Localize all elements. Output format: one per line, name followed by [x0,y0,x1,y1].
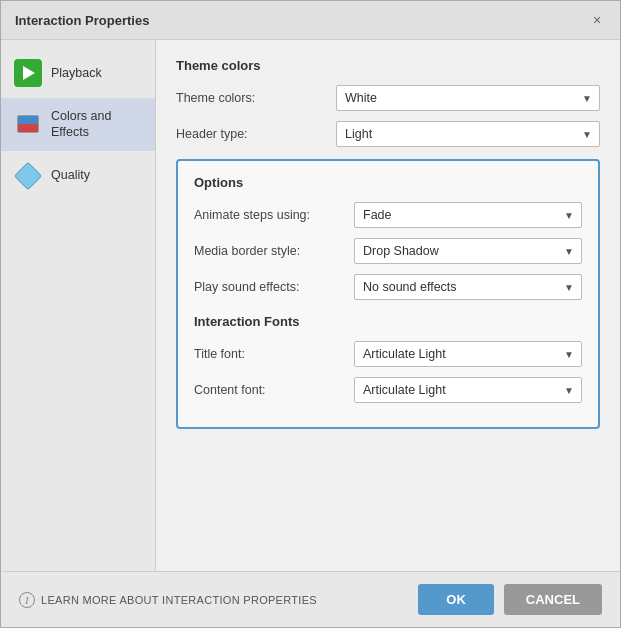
sidebar-item-colors-effects[interactable]: Colors and Effects [1,98,155,151]
main-panel: Theme colors Theme colors: White Dark Cu… [156,40,620,571]
content-font-row: Content font: Articulate Light Arial Cal… [194,377,582,403]
sidebar-label-quality: Quality [51,167,90,183]
theme-colors-select[interactable]: White Dark Custom [336,85,600,111]
sidebar-label-colors-effects: Colors and Effects [51,108,143,141]
animate-select[interactable]: Fade None Slide [354,202,582,228]
title-bar: Interaction Properties × [1,1,620,40]
animate-label: Animate steps using: [194,208,354,222]
quality-icon [13,161,43,191]
playback-icon [13,58,43,88]
sidebar-item-playback[interactable]: Playback [1,48,155,98]
footer: i LEARN MORE ABOUT INTERACTION PROPERTIE… [1,571,620,627]
sidebar-item-quality[interactable]: Quality [1,151,155,201]
sound-effects-select-wrapper: No sound effects Click Whoosh ▼ [354,274,582,300]
cancel-button[interactable]: CANCEL [504,584,602,615]
sidebar-label-playback: Playback [51,65,102,81]
sound-effects-label: Play sound effects: [194,280,354,294]
interaction-properties-dialog: Interaction Properties × Playback Colors… [0,0,621,628]
media-border-select[interactable]: Drop Shadow None Border [354,238,582,264]
info-icon: i [19,592,35,608]
ok-button[interactable]: OK [418,584,494,615]
learn-more-link[interactable]: i LEARN MORE ABOUT INTERACTION PROPERTIE… [19,592,317,608]
options-section-title: Options [194,175,582,190]
options-box: Options Animate steps using: Fade None S… [176,159,600,429]
content-font-label: Content font: [194,383,354,397]
fonts-section-title: Interaction Fonts [194,314,582,329]
footer-buttons: OK CANCEL [418,584,602,615]
animate-select-wrapper: Fade None Slide ▼ [354,202,582,228]
title-font-row: Title font: Articulate Light Arial Calib… [194,341,582,367]
learn-more-label: LEARN MORE ABOUT INTERACTION PROPERTIES [41,594,317,606]
theme-colors-label: Theme colors: [176,91,336,105]
title-font-select[interactable]: Articulate Light Arial Calibri [354,341,582,367]
title-font-select-wrapper: Articulate Light Arial Calibri ▼ [354,341,582,367]
media-border-row: Media border style: Drop Shadow None Bor… [194,238,582,264]
header-type-row: Header type: Light Dark ▼ [176,121,600,147]
content-font-select-wrapper: Articulate Light Arial Calibri ▼ [354,377,582,403]
sidebar: Playback Colors and Effects Quality [1,40,156,571]
theme-colors-row: Theme colors: White Dark Custom ▼ [176,85,600,111]
content-area: Playback Colors and Effects Quality [1,40,620,571]
dialog-title: Interaction Properties [15,13,149,28]
media-border-label: Media border style: [194,244,354,258]
sound-effects-select[interactable]: No sound effects Click Whoosh [354,274,582,300]
title-font-label: Title font: [194,347,354,361]
header-type-label: Header type: [176,127,336,141]
close-button[interactable]: × [588,11,606,29]
theme-colors-select-wrapper: White Dark Custom ▼ [336,85,600,111]
colors-icon [13,109,43,139]
content-font-select[interactable]: Articulate Light Arial Calibri [354,377,582,403]
theme-section-title: Theme colors [176,58,600,73]
animate-row: Animate steps using: Fade None Slide ▼ [194,202,582,228]
header-type-select-wrapper: Light Dark ▼ [336,121,600,147]
header-type-select[interactable]: Light Dark [336,121,600,147]
sound-effects-row: Play sound effects: No sound effects Cli… [194,274,582,300]
media-border-select-wrapper: Drop Shadow None Border ▼ [354,238,582,264]
